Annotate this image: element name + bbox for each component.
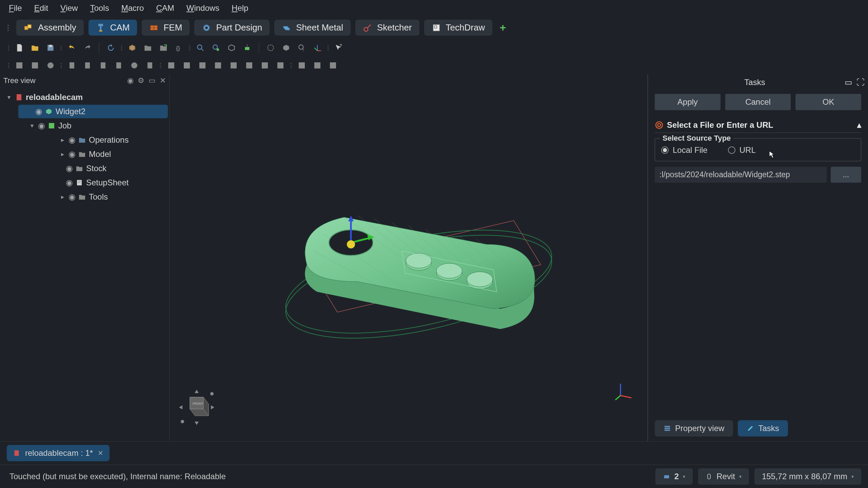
redo-icon[interactable] [81, 41, 94, 55]
status-navstyle[interactable]: Revit ▾ [698, 468, 749, 485]
tool-6-icon[interactable] [143, 59, 157, 72]
tree-item-stock[interactable]: ◉ Stock [32, 162, 168, 175]
3d-viewport[interactable]: FRONT [170, 74, 648, 441]
link-icon[interactable] [157, 41, 170, 55]
workbench-techdraw[interactable]: TechDraw [424, 20, 493, 36]
tool-4-icon[interactable] [112, 59, 125, 72]
workbench-assembly[interactable]: Assembly [16, 20, 84, 36]
workbench-cam[interactable]: CAM [88, 20, 137, 36]
menu-view[interactable]: View [54, 1, 84, 15]
browse-button[interactable]: ... [831, 167, 861, 183]
tool-2-icon[interactable] [81, 59, 94, 72]
restore-icon[interactable]: ▭ [845, 78, 852, 87]
workbench-sheetmetal[interactable]: Sheet Metal [274, 20, 351, 36]
gear-icon[interactable]: ⚙ [138, 76, 144, 85]
eye-icon[interactable]: ◉ [68, 192, 75, 202]
menu-windows[interactable]: Windows [180, 1, 225, 15]
toolbar-grip-icon[interactable] [189, 45, 190, 50]
add-workbench-button[interactable]: + [497, 22, 509, 34]
axis-icon[interactable] [311, 41, 324, 55]
zoom-select-icon[interactable] [209, 41, 223, 55]
status-layer[interactable]: 2 ▾ [655, 468, 693, 485]
drill-icon[interactable] [196, 59, 209, 72]
navigation-cube[interactable]: FRONT [176, 387, 217, 428]
refresh-icon[interactable] [104, 41, 118, 55]
chevron-down-icon[interactable]: ▾ [28, 122, 35, 129]
tree-item-model[interactable]: ▸ ◉ Model [25, 147, 168, 161]
job-icon[interactable] [13, 59, 26, 72]
chevron-down-icon[interactable]: ▾ [5, 94, 12, 101]
chevron-right-icon[interactable]: ▸ [59, 137, 66, 143]
radio-url[interactable]: URL [728, 145, 756, 155]
tree-item-job[interactable]: ▾ ◉ Job [12, 119, 168, 133]
box-icon[interactable] [125, 41, 139, 55]
chevron-right-icon[interactable]: ▸ [59, 194, 66, 200]
menu-tools[interactable]: Tools [84, 1, 115, 15]
tool-3-icon[interactable] [96, 59, 110, 72]
eye-icon[interactable]: ◉ [68, 135, 75, 145]
file-path-input[interactable]: :l/posts/2024/reloadable/Widget2.step [655, 167, 827, 183]
tool-1-icon[interactable] [65, 59, 79, 72]
eye-icon[interactable]: ◉ [66, 178, 73, 187]
task-section-header[interactable]: Select a File or Enter a URL ▴ [655, 118, 861, 133]
menu-edit[interactable]: Edit [28, 1, 54, 15]
menu-cam[interactable]: CAM [150, 1, 180, 15]
tab-tasks[interactable]: Tasks [738, 420, 788, 436]
apply-button[interactable]: Apply [655, 94, 721, 110]
measure-dist-icon[interactable]: ? [295, 41, 309, 55]
post-process-icon[interactable] [28, 59, 42, 72]
document-tab[interactable]: reloadablecam : 1* ✕ [7, 445, 110, 461]
workbench-partdesign[interactable]: Part Design [194, 20, 270, 36]
draw-style-icon[interactable] [225, 41, 238, 55]
eye-icon[interactable]: ◉ [38, 121, 45, 130]
varset-icon[interactable]: {} [172, 41, 186, 55]
engrave-icon[interactable] [274, 59, 287, 72]
measure-icon[interactable] [264, 41, 277, 55]
expand-icon[interactable]: ⛶ [856, 78, 865, 87]
cancel-button[interactable]: Cancel [725, 94, 791, 110]
tree-item-setupsheet[interactable]: ◉ SetupSheet [32, 176, 168, 189]
ok-button[interactable]: OK [795, 94, 861, 110]
workbench-fem[interactable]: FEM [142, 20, 190, 36]
chevron-up-icon[interactable]: ▴ [857, 120, 861, 130]
tree-item-widget2[interactable]: ◉ Widget2 [18, 105, 168, 118]
toolbar-grip-icon[interactable] [7, 25, 9, 31]
check-geom-icon[interactable] [44, 59, 57, 72]
slot-icon[interactable] [258, 59, 272, 72]
undo-icon[interactable] [65, 41, 79, 55]
view-cube-icon[interactable] [279, 41, 293, 55]
vcarve-icon[interactable] [295, 59, 309, 72]
pocket-icon[interactable] [180, 59, 194, 72]
close-icon[interactable]: ✕ [98, 449, 103, 457]
restore-icon[interactable]: ▭ [149, 76, 156, 85]
face-mill-icon[interactable] [211, 59, 225, 72]
chevron-right-icon[interactable]: ▸ [59, 151, 66, 158]
toolbar-grip-icon[interactable] [8, 45, 9, 50]
whats-this-icon[interactable]: ? [332, 41, 346, 55]
toolbar-grip-icon[interactable] [61, 63, 62, 68]
menu-file[interactable]: File [3, 1, 28, 15]
toolbar-grip-icon[interactable] [160, 63, 161, 68]
tab-property-view[interactable]: Property view [655, 420, 733, 436]
zoom-fit-icon[interactable] [194, 41, 207, 55]
status-dimensions[interactable]: 155,72 mm x 86,07 mm ▾ [754, 468, 861, 485]
tool-5-icon[interactable] [127, 59, 141, 72]
toolbar-grip-icon[interactable] [328, 45, 329, 50]
surface-icon[interactable] [326, 59, 340, 72]
eye-icon[interactable]: ◉ [35, 107, 42, 116]
eye-icon[interactable]: ◉ [68, 149, 75, 159]
toolbar-grip-icon[interactable] [121, 45, 122, 50]
save-file-icon[interactable] [44, 41, 57, 55]
tree-item-tools[interactable]: ▸ ◉ Tools [25, 190, 168, 204]
adaptive-icon[interactable] [242, 59, 256, 72]
menu-help[interactable]: Help [225, 1, 254, 15]
tree-item-operations[interactable]: ▸ ◉ Operations [25, 133, 168, 147]
profile-icon[interactable] [164, 59, 178, 72]
open-file-icon[interactable] [28, 41, 42, 55]
toolbar-grip-icon[interactable] [8, 63, 9, 68]
eye-icon[interactable]: ◉ [66, 164, 73, 173]
workbench-sketcher[interactable]: Sketcher [355, 20, 419, 36]
toolbar-grip-icon[interactable] [291, 63, 292, 68]
eye-icon[interactable]: ◉ [127, 76, 134, 85]
bounding-box-icon[interactable] [240, 41, 254, 55]
